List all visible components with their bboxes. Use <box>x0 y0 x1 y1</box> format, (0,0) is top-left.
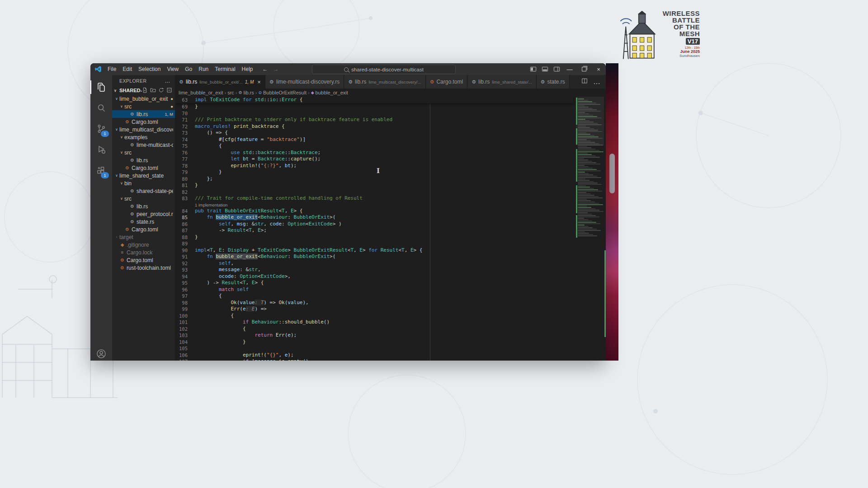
tree-item-Cargo.toml[interactable]: ⚙Cargo.toml <box>112 118 175 126</box>
code-line-104[interactable]: 104 } <box>175 339 606 346</box>
editor-more-actions-icon[interactable]: … <box>593 78 600 86</box>
code-line-95[interactable]: 95 ) -> Result<T, E> { <box>175 280 606 286</box>
menu-go[interactable]: Go <box>182 66 195 72</box>
tree-item-lib.rs[interactable]: ⚙lib.rs1, M <box>112 110 175 118</box>
explorer-more-actions-icon[interactable]: … <box>165 78 170 84</box>
menu-view[interactable]: View <box>164 66 182 72</box>
tab-close-icon[interactable]: × <box>257 79 261 85</box>
tab-lib.rs[interactable]: ⚙lib.rslime_bubble_or_exit/...1, M× <box>175 75 265 89</box>
code-line-78[interactable]: 78 eprintln!("{:?}", bt); <box>175 163 606 169</box>
code-line-70[interactable]: 70 <box>175 110 606 117</box>
codelens[interactable]: 1 implementation <box>175 202 606 208</box>
tree-item-Cargo.toml[interactable]: ⚙Cargo.toml <box>112 225 175 233</box>
code-line-101[interactable]: 101 if Behaviour::should_bubble() <box>175 319 606 326</box>
code-line-71[interactable]: 71/// Print backtrace to stderr only if … <box>175 117 606 123</box>
run-debug-icon[interactable] <box>90 139 112 160</box>
tree-item-rust-toolchain.toml[interactable]: ⚙rust-toolchain.toml <box>112 264 175 272</box>
code-line-69[interactable]: 69} <box>175 103 606 110</box>
tree-item-lib.rs[interactable]: ⚙lib.rs <box>112 156 175 164</box>
code-editor[interactable]: 69}7071/// Print backtrace to stderr onl… <box>175 97 606 361</box>
tree-item-examples[interactable]: ∨examples <box>112 133 175 141</box>
restore-button[interactable] <box>577 63 591 75</box>
toggle-panel-icon[interactable] <box>539 63 551 75</box>
tree-item-src[interactable]: ∨src● <box>112 103 175 110</box>
menu-run[interactable]: Run <box>195 66 212 72</box>
code-line-92[interactable]: 92 self, <box>175 260 606 267</box>
tree-item-src[interactable]: ∨src <box>112 195 175 202</box>
code-line-83[interactable]: 83/// Trait for compile-time controlled … <box>175 195 606 202</box>
code-line-75[interactable]: 75 { <box>175 143 606 150</box>
tree-item-Cargo.toml[interactable]: ⚙Cargo.toml <box>112 164 175 172</box>
tab-lib.rs[interactable]: ⚙lib.rslime_shared_state/... <box>467 75 536 89</box>
tree-item-lime-multicast-discovery.rs[interactable]: ⚙lime-multicast-discovery.rs <box>112 141 175 149</box>
extensions-icon[interactable]: 1 <box>90 160 112 181</box>
collapse-folders-icon[interactable] <box>166 87 172 94</box>
code-line-63[interactable]: 63impl ToExitCode for std::io::Error { <box>175 97 573 103</box>
menu-selection[interactable]: Selection <box>135 66 164 72</box>
code-line-103[interactable]: 103 return Err(e); <box>175 332 606 339</box>
code-line-94[interactable]: 94 ocode: Option<ExitCode>, <box>175 273 606 280</box>
breadcrumb-BubbleOrExitResult[interactable]: ⊙BubbleOrExitResult <box>258 90 307 95</box>
forward-button[interactable]: → <box>273 66 278 72</box>
code-line-90[interactable]: 90impl<T, E: Display + ToExitCode> Bubbl… <box>175 247 606 254</box>
code-line-89[interactable]: 89 <box>175 240 606 247</box>
tree-item-target[interactable]: ›target <box>112 233 175 241</box>
code-line-84[interactable]: 84pub trait BubbleOrExitResult<T, E> { <box>175 208 606 215</box>
search-nav-icon[interactable] <box>90 98 112 118</box>
split-editor-icon[interactable] <box>581 78 588 86</box>
refresh-explorer-icon[interactable] <box>158 87 164 94</box>
tree-item-Cargo.toml[interactable]: ⚙Cargo.toml <box>112 256 175 264</box>
code-line-72[interactable]: 72macro_rules! print_backtrace { <box>175 123 606 130</box>
minimize-button[interactable]: — <box>562 63 577 75</box>
code-line-87[interactable]: 87 -> Result<T, E>; <box>175 227 606 234</box>
breadcrumb-lib.rs[interactable]: ⚙lib.rs <box>238 90 254 95</box>
new-folder-icon[interactable] <box>150 87 156 94</box>
menu-edit[interactable]: Edit <box>119 66 135 72</box>
code-line-85[interactable]: 85 fn bubble_or_exit<Behaviour: BubbleOr… <box>175 214 606 221</box>
tree-item-peer_protocol.rs[interactable]: ⚙peer_protocol.rs <box>112 210 175 218</box>
tree-item-.gitignore[interactable]: ◆.gitignore <box>112 241 175 249</box>
tree-item-Cargo.lock[interactable]: ≡Cargo.lock <box>112 249 175 256</box>
code-line-99[interactable]: 99 Err(e: E) => <box>175 306 606 313</box>
code-line-100[interactable]: 100 { <box>175 313 606 319</box>
code-line-97[interactable]: 97 { <box>175 293 606 300</box>
tree-item-bin[interactable]: ∨bin <box>112 179 175 187</box>
code-line-105[interactable]: 105 <box>175 345 606 352</box>
toggle-sidebar-icon[interactable] <box>527 63 539 75</box>
code-line-96[interactable]: 96 match self <box>175 286 606 293</box>
back-button[interactable]: ← <box>262 66 268 72</box>
tab-Cargo.toml[interactable]: ⚙Cargo.toml <box>426 75 468 89</box>
source-control-icon[interactable]: 1 <box>90 118 112 139</box>
menu-terminal[interactable]: Terminal <box>212 66 238 72</box>
code-line-91[interactable]: 91 fn bubble_or_exit<Behaviour: BubbleOr… <box>175 253 606 260</box>
close-button[interactable]: × <box>591 63 606 75</box>
breadcrumb-src[interactable]: src <box>227 90 234 95</box>
code-line-76[interactable]: 76 use std::backtrace::Backtrace; <box>175 150 606 156</box>
code-line-102[interactable]: 102 { <box>175 326 606 333</box>
breadcrumb-lime_bubble_or_exit[interactable]: lime_bubble_or_exit <box>179 90 223 95</box>
tab-state.rs[interactable]: ⚙state.rs <box>537 75 570 89</box>
code-line-79[interactable]: 79 } <box>175 169 606 176</box>
code-line-77[interactable]: 77 let bt = Backtrace::capture(); <box>175 156 606 163</box>
tree-item-lime_shared_state[interactable]: ∨lime_shared_state <box>112 172 175 179</box>
tree-item-state.rs[interactable]: ⚙state.rs <box>112 218 175 225</box>
code-line-86[interactable]: 86 self, msg: &str, code: Option<ExitCod… <box>175 221 606 228</box>
code-line-82[interactable]: 82 <box>175 189 606 196</box>
breadcrumb-bubble_or_exit[interactable]: ◆bubble_or_exit <box>311 90 348 95</box>
code-line-88[interactable]: 88} <box>175 234 606 241</box>
tree-item-lime_multicast_discovery[interactable]: ∨lime_multicast_discovery <box>112 126 175 133</box>
tree-item-lime_bubble_or_exit[interactable]: ∨lime_bubble_or_exit● <box>112 95 175 103</box>
code-line-74[interactable]: 74 #[cfg(feature = "backtrace")] <box>175 136 606 143</box>
sticky-scroll-line[interactable]: 63impl ToExitCode for std::io::Error { <box>175 97 573 103</box>
toggle-secondary-sidebar-icon[interactable] <box>551 63 562 75</box>
minimap-slider[interactable] <box>576 97 604 145</box>
tree-item-src[interactable]: ∨src <box>112 149 175 156</box>
minimap[interactable] <box>576 97 604 361</box>
code-line-80[interactable]: 80 }; <box>175 176 606 183</box>
workspace-section-header[interactable]: ∨ SHARED-ST... <box>112 86 175 95</box>
code-line-98[interactable]: 98 Ok(value: T) => Ok(value), <box>175 300 606 306</box>
tree-item-shared-state-peer.rs[interactable]: ⚙shared-state-peer.rs <box>112 187 175 195</box>
code-line-106[interactable]: 106 eprint!("{}", e); <box>175 352 606 359</box>
tab-lib.rs[interactable]: ⚙lib.rslime_multicast_discovery/... <box>344 75 425 89</box>
code-line-107[interactable]: 107 if !message.is_empty() <box>175 358 606 361</box>
